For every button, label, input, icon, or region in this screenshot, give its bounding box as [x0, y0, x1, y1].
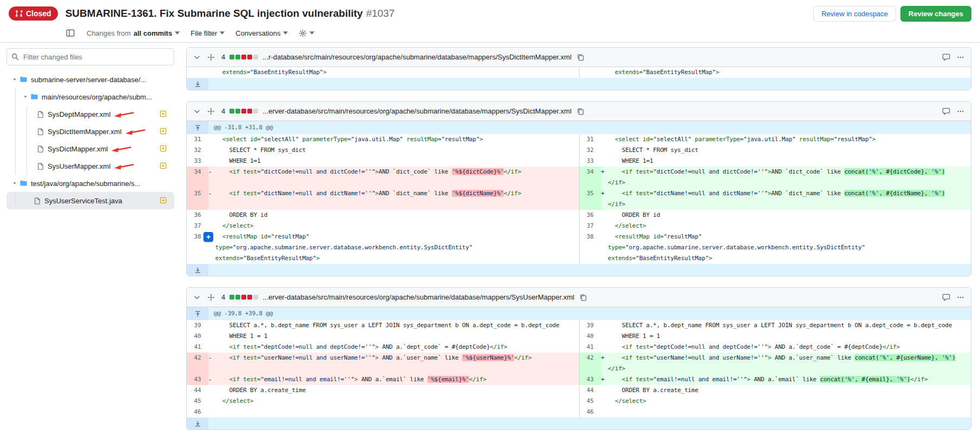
file-comment-button[interactable]	[941, 106, 951, 116]
diff-cell: 33 WHERE 1=1	[579, 156, 971, 167]
line-number[interactable]: 40	[580, 331, 601, 342]
file-menu-button[interactable]	[956, 293, 965, 302]
collapse-file-button[interactable]	[192, 52, 202, 62]
line-number[interactable]	[187, 67, 208, 78]
copy-path-button[interactable]	[576, 52, 586, 62]
file-path-link[interactable]: ...erver-database/src/main/resources/org…	[262, 293, 574, 301]
line-number[interactable]: 41	[580, 342, 601, 353]
diff-cell: 37 </select>	[579, 221, 971, 231]
line-number[interactable]: 43	[580, 374, 601, 385]
file-menu-button[interactable]	[956, 107, 965, 116]
line-number[interactable]: 36	[187, 210, 208, 221]
diffstat-blocks	[229, 55, 258, 59]
file-path-link[interactable]: ...r-database/src/main/resources/org/apa…	[262, 53, 571, 61]
line-number[interactable]: 35	[187, 188, 208, 210]
expand-diff-button[interactable]	[187, 78, 208, 90]
annotation-arrow-icon	[114, 163, 134, 170]
diff-cell: 32 SELECT * FROM sys_dict	[187, 145, 579, 156]
review-changes-button[interactable]: Review changes	[900, 6, 971, 22]
expand-bar	[208, 78, 971, 90]
diff-cell: 35+ <if test="dictName!=null and dictNam…	[579, 188, 971, 210]
copy-path-button[interactable]	[576, 107, 586, 116]
line-number[interactable]: 32	[187, 145, 208, 156]
tree-file[interactable]: SysDictItemMapper.xml	[6, 123, 174, 140]
diffstat-block	[235, 55, 240, 59]
line-number[interactable]: 43	[187, 374, 208, 385]
line-number[interactable]: 39	[187, 320, 208, 331]
line-number[interactable]: 34	[580, 167, 601, 188]
line-number[interactable]: 37	[580, 221, 601, 231]
tree-folder[interactable]: main/resources/org/apache/subm...	[6, 88, 174, 105]
code-line: </select>	[208, 221, 579, 231]
tree-folder[interactable]: test/java/org/apache/submarine/s...	[6, 175, 174, 192]
gear-icon	[299, 29, 307, 37]
diff-cell: 46	[579, 407, 971, 417]
code-line: + <if test="email!=null and email!=''"> …	[601, 374, 971, 385]
file-menu-button[interactable]	[956, 52, 965, 62]
code-line: extends="BaseEntityResultMap">	[601, 67, 971, 78]
line-number[interactable]: 42	[187, 353, 208, 374]
line-number[interactable]: 41	[187, 342, 208, 353]
line-number[interactable]: 46	[580, 407, 601, 417]
line-number[interactable]: 38	[580, 231, 601, 264]
expand-bar	[208, 264, 971, 276]
copy-path-button[interactable]	[578, 293, 588, 302]
changes-from-menu[interactable]: Changes from all commits	[87, 29, 180, 37]
collapse-file-button[interactable]	[192, 107, 202, 116]
line-number[interactable]: 33	[187, 156, 208, 167]
file-path-link[interactable]: ...erver-database/src/main/resources/org…	[262, 107, 571, 115]
code-line	[208, 407, 579, 417]
expand-diff-button[interactable]	[187, 264, 208, 276]
line-number[interactable]: 35	[580, 188, 601, 210]
line-number[interactable]: 44	[580, 385, 601, 396]
line-number[interactable]: 40	[187, 331, 208, 342]
line-number[interactable]: 37	[187, 221, 208, 231]
tree-file[interactable]: SysUserServiceTest.java	[6, 192, 174, 209]
drag-move-icon[interactable]	[206, 107, 216, 116]
expand-hunk-button[interactable]	[187, 307, 208, 320]
file-comment-button[interactable]	[941, 292, 951, 302]
expand-hunk-button[interactable]	[187, 121, 208, 134]
add-comment-button[interactable]: +	[203, 232, 213, 242]
filter-files-input[interactable]	[6, 48, 174, 65]
sidebar-toggle-button[interactable]	[65, 28, 76, 38]
line-number[interactable]: 39	[580, 320, 601, 331]
line-number[interactable]: 31	[187, 134, 208, 145]
diff-cell: 42- <if test="userName!=null and userNam…	[187, 353, 579, 374]
code-line: ORDER BY a.create_time	[601, 385, 971, 396]
tree-item-label: SysDictItemMapper.xml	[48, 128, 122, 136]
drag-move-icon[interactable]	[206, 293, 216, 302]
line-number[interactable]: 46	[187, 407, 208, 417]
line-number[interactable]: 34	[187, 167, 208, 188]
tree-file[interactable]: SysDictMapper.xml	[6, 140, 174, 157]
line-number[interactable]: 44	[187, 385, 208, 396]
line-number[interactable]: 32	[580, 145, 601, 156]
expand-diff-button[interactable]	[187, 417, 208, 429]
code-line: <resultMap id="resultMap" type="org.apac…	[601, 231, 971, 264]
line-number[interactable]: 42	[580, 353, 601, 374]
conversations-menu[interactable]: Conversations	[235, 29, 288, 37]
diff-row: 34- <if test="dictCode!=null and dictCod…	[187, 167, 971, 188]
line-number[interactable]: 31	[580, 134, 601, 145]
line-number[interactable]: 36	[580, 210, 601, 221]
changed-lines-count: 4	[221, 53, 225, 61]
collapse-file-button[interactable]	[192, 293, 202, 302]
line-number[interactable]	[580, 67, 601, 78]
line-number[interactable]: 45	[580, 396, 601, 407]
file-filter-menu[interactable]: File filter	[190, 29, 225, 37]
diff-cell: 36 ORDER BY id	[579, 210, 971, 221]
drag-move-icon[interactable]	[206, 52, 216, 62]
caret-down-icon	[283, 31, 288, 35]
line-number[interactable]: 45	[187, 396, 208, 407]
code-line: ORDER BY id	[208, 210, 579, 221]
tree-file[interactable]: SysDeptMapper.xml	[6, 105, 174, 123]
review-in-codespace-button[interactable]: Review in codespace	[813, 6, 896, 22]
caret-down-icon	[11, 181, 18, 186]
line-number[interactable]: 33	[580, 156, 601, 167]
modified-file-icon	[160, 197, 167, 204]
tree-folder[interactable]: submarine-server/server-database/...	[6, 71, 174, 88]
diff-settings-menu[interactable]	[299, 29, 314, 37]
diff-cell: 34+ <if test="dictCode!=null and dictCod…	[579, 167, 971, 188]
file-comment-button[interactable]	[941, 52, 951, 62]
tree-file[interactable]: SysUserMapper.xml	[6, 157, 174, 175]
